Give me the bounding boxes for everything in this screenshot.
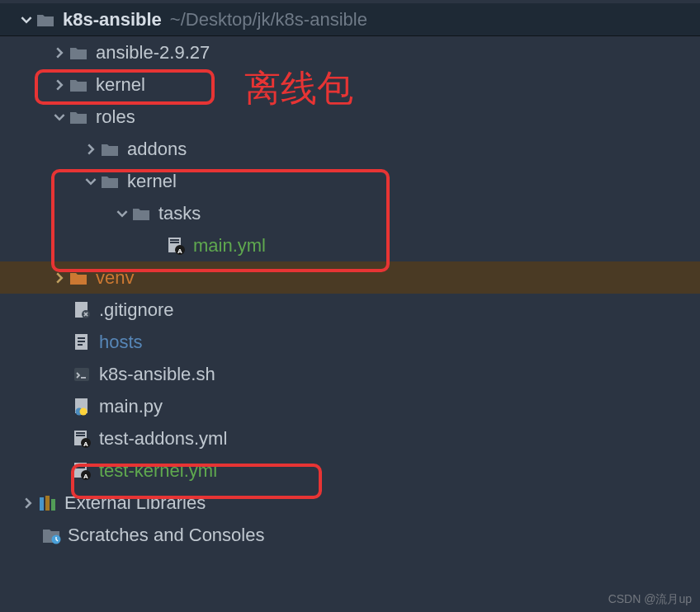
python-file-icon: [73, 398, 96, 416]
tree-label: kernel: [127, 171, 177, 192]
tree-item-test-kernel[interactable]: A test-kernel.yml: [0, 454, 700, 487]
tree-label: test-addons.yml: [99, 428, 227, 450]
tree-label: Scratches and Consoles: [68, 525, 264, 546]
tree-item-venv[interactable]: venv: [0, 261, 700, 294]
tree-item-gitignore[interactable]: .gitignore: [0, 294, 700, 326]
tree-item-tasks[interactable]: tasks: [0, 197, 700, 229]
tree-label: roles: [96, 106, 135, 128]
watermark: CSDN @流月up: [608, 592, 692, 607]
file-icon: [73, 301, 96, 319]
tree-item-main-yml[interactable]: A main.yml: [0, 229, 700, 261]
folder-icon: [132, 206, 155, 221]
folder-icon: [69, 271, 92, 285]
tree-label: main.yml: [193, 235, 266, 257]
tree-label: External Libraries: [64, 492, 206, 514]
svg-rect-26: [40, 497, 44, 511]
svg-rect-17: [76, 432, 85, 434]
folder-icon: [101, 142, 124, 157]
svg-rect-10: [78, 344, 83, 346]
svg-rect-2: [170, 242, 179, 243]
tree-label: test-kernel.yml: [99, 460, 217, 482]
chevron-down-icon[interactable]: [112, 208, 132, 219]
tree-item-addons[interactable]: addons: [0, 133, 700, 165]
svg-rect-11: [74, 368, 89, 381]
project-tree: k8s-ansible ~/Desktop/jk/k8s-ansible ans…: [0, 0, 700, 551]
svg-rect-22: [76, 464, 85, 466]
tree-item-test-addons[interactable]: A test-addons.yml: [0, 422, 700, 454]
tree-label: venv: [96, 267, 134, 289]
text-file-icon: [73, 333, 96, 351]
svg-text:A: A: [83, 472, 88, 479]
chevron-down-icon[interactable]: [50, 111, 69, 123]
svg-text:A: A: [177, 247, 182, 254]
chevron-right-icon[interactable]: [18, 497, 38, 509]
tree-label: k8s-ansible.sh: [99, 364, 215, 385]
ansible-file-icon: A: [73, 430, 96, 448]
svg-rect-18: [76, 435, 85, 436]
chevron-down-icon[interactable]: [17, 14, 36, 26]
chevron-right-icon[interactable]: [50, 79, 69, 91]
tree-label: kernel: [96, 74, 145, 96]
scratches-icon: [41, 526, 64, 544]
folder-icon: [101, 174, 124, 189]
chevron-right-icon[interactable]: [50, 47, 69, 59]
tree-item-hosts[interactable]: hosts: [0, 326, 700, 358]
tree-item-main-py[interactable]: main.py: [0, 390, 700, 422]
svg-rect-23: [76, 467, 85, 468]
tree-item-sh[interactable]: k8s-ansible.sh: [0, 358, 700, 390]
folder-icon: [69, 110, 92, 125]
tree-item-external-libs[interactable]: External Libraries: [0, 487, 700, 519]
tree-label: main.py: [99, 396, 163, 417]
ansible-file-icon: A: [167, 237, 190, 255]
svg-point-15: [80, 407, 88, 415]
chevron-right-icon[interactable]: [50, 272, 69, 284]
svg-rect-28: [51, 499, 55, 511]
tree-label: addons: [127, 139, 187, 160]
tree-item-scratches[interactable]: Scratches and Consoles: [0, 519, 700, 551]
svg-text:A: A: [83, 440, 88, 447]
chevron-right-icon[interactable]: [81, 144, 101, 155]
svg-rect-27: [45, 496, 50, 511]
folder-icon: [36, 12, 59, 27]
svg-rect-9: [78, 341, 85, 342]
tree-label: ansible-2.9.27: [96, 42, 210, 64]
folder-icon: [69, 78, 92, 92]
ansible-file-icon: A: [73, 462, 96, 480]
tree-item-kernel[interactable]: kernel: [0, 68, 700, 101]
svg-rect-12: [81, 377, 86, 379]
svg-rect-1: [170, 239, 179, 241]
tree-item-roles-kernel[interactable]: kernel: [0, 165, 700, 197]
project-name: k8s-ansible: [63, 9, 162, 31]
library-icon: [38, 494, 61, 512]
project-root-row[interactable]: k8s-ansible ~/Desktop/jk/k8s-ansible: [0, 3, 700, 36]
folder-icon: [69, 45, 92, 60]
tree-item-roles[interactable]: roles: [0, 101, 700, 133]
svg-rect-8: [78, 337, 85, 339]
tree-label: hosts: [99, 332, 143, 353]
tree-label: tasks: [158, 203, 201, 224]
project-path: ~/Desktop/jk/k8s-ansible: [170, 9, 367, 31]
shell-file-icon: [73, 365, 96, 384]
chevron-down-icon[interactable]: [81, 176, 101, 187]
tree-label: .gitignore: [99, 299, 174, 321]
tree-item-ansible[interactable]: ansible-2.9.27: [0, 36, 700, 68]
